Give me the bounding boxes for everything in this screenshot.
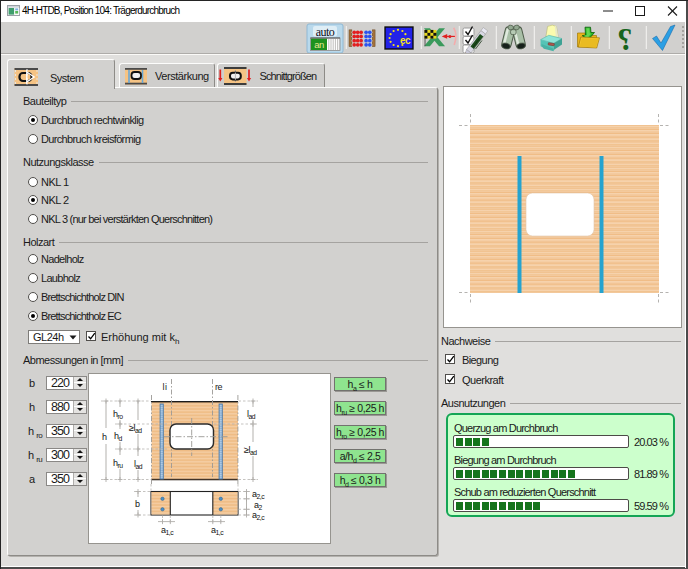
svg-text:auto: auto [316, 25, 335, 39]
svg-text:lad: lad [134, 459, 143, 470]
svg-text:lad: lad [247, 409, 256, 420]
svg-text:≥lad: ≥lad [244, 445, 257, 456]
svg-text:?: ? [618, 22, 633, 53]
svg-text:h: h [102, 432, 107, 442]
svg-text:ec: ec [400, 35, 411, 46]
svg-text:li: li [163, 382, 168, 392]
svg-text:hro: hro [113, 409, 123, 420]
svg-text:≥lad: ≥lad [129, 423, 142, 434]
svg-text:an: an [314, 39, 324, 50]
svg-text:hru: hru [113, 458, 123, 469]
svg-text:a1,c: a1,c [161, 525, 174, 536]
svg-text:re: re [215, 382, 222, 392]
svg-text:a2,c: a2,c [252, 510, 265, 521]
svg-text:a1,c: a1,c [211, 525, 224, 536]
svg-text:hd: hd [114, 431, 123, 442]
svg-text:a2,c: a2,c [252, 489, 265, 500]
svg-text:b: b [135, 499, 140, 509]
